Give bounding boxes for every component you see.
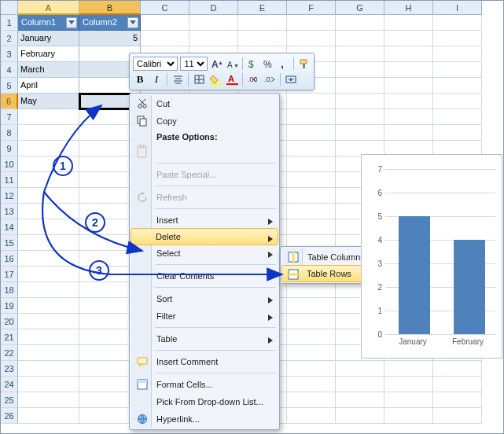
menu-table[interactable]: Table bbox=[131, 330, 278, 348]
svg-line-27 bbox=[139, 99, 145, 105]
borders-button[interactable] bbox=[192, 72, 206, 86]
table-cell[interactable]: 5 bbox=[79, 31, 141, 46]
menu-filter[interactable]: Filter bbox=[131, 307, 278, 325]
table-cell[interactable]: February bbox=[18, 46, 79, 62]
row-header[interactable]: 2 bbox=[1, 31, 18, 46]
italic-button[interactable]: I bbox=[149, 72, 164, 86]
col-header-G[interactable]: G bbox=[336, 1, 384, 15]
chart-plot-area bbox=[385, 169, 495, 334]
row-header[interactable]: 4 bbox=[1, 62, 18, 78]
row-header[interactable]: 3 bbox=[1, 46, 18, 62]
chart-y-axis: 01234567 bbox=[362, 169, 385, 334]
svg-text:%: % bbox=[263, 59, 272, 69]
row-header[interactable]: 24 bbox=[1, 377, 18, 392]
row-header[interactable]: 26 bbox=[1, 408, 18, 424]
paste-options-header: Paste Options: bbox=[131, 130, 278, 143]
format-painter-button[interactable] bbox=[297, 57, 311, 71]
grow-font-button[interactable]: A▲ bbox=[210, 57, 223, 71]
col-header-H[interactable]: H bbox=[384, 1, 433, 15]
annotation-badge-1: 1 bbox=[53, 156, 73, 176]
font-family-select[interactable]: Calibri bbox=[133, 57, 178, 71]
col-header-A[interactable]: A bbox=[18, 1, 79, 15]
row-header[interactable]: 9 bbox=[1, 141, 18, 156]
row-header[interactable]: 5 bbox=[1, 78, 18, 94]
table-header-label: Column2 bbox=[83, 15, 117, 30]
row-header[interactable]: 1 bbox=[1, 15, 18, 31]
row-header[interactable]: 6 bbox=[1, 94, 18, 109]
row-header[interactable]: 25 bbox=[1, 392, 18, 408]
shrink-font-button[interactable]: A▼ bbox=[226, 57, 239, 71]
menu-insert[interactable]: Insert bbox=[131, 211, 278, 229]
svg-rect-40 bbox=[138, 380, 147, 383]
table-header-col1[interactable]: Column1 bbox=[18, 15, 79, 31]
table-cell[interactable]: April bbox=[18, 78, 79, 94]
row-header[interactable]: 18 bbox=[1, 282, 18, 298]
menu-hyperlink[interactable]: Hyperlink... bbox=[131, 410, 278, 428]
menu-delete[interactable]: Delete bbox=[131, 228, 278, 245]
row-header[interactable]: 22 bbox=[1, 345, 18, 361]
row-header[interactable]: 19 bbox=[1, 298, 18, 314]
svg-text:▼: ▼ bbox=[234, 63, 238, 68]
row-header[interactable]: 23 bbox=[1, 361, 18, 377]
table-columns-icon bbox=[287, 251, 300, 263]
svg-marker-36 bbox=[268, 314, 273, 321]
menu-insert-comment[interactable]: Insert Comment bbox=[131, 353, 278, 370]
svg-marker-0 bbox=[68, 20, 75, 24]
svg-marker-32 bbox=[268, 219, 273, 225]
row-header[interactable]: 8 bbox=[1, 125, 18, 141]
svg-text:▲: ▲ bbox=[218, 60, 223, 65]
row-header[interactable]: 14 bbox=[1, 219, 18, 235]
context-menu: Cut Copy Paste Options: Paste Special...… bbox=[129, 93, 280, 430]
filter-dropdown-icon[interactable] bbox=[127, 17, 138, 28]
table-header-col2[interactable]: Column2 bbox=[79, 15, 141, 31]
menu-pick-from-list[interactable]: Pick From Drop-down List... bbox=[131, 393, 278, 410]
svg-rect-9 bbox=[300, 60, 307, 64]
table-cell[interactable]: March bbox=[18, 62, 79, 78]
column-header-row: A B C D E F G H I bbox=[1, 1, 503, 15]
font-color-button[interactable]: A bbox=[225, 72, 239, 86]
col-header-B[interactable]: B bbox=[79, 1, 141, 15]
copy-icon bbox=[136, 115, 149, 127]
row-header[interactable]: 15 bbox=[1, 235, 18, 251]
filter-dropdown-icon[interactable] bbox=[66, 17, 77, 28]
accounting-format-button[interactable]: $ bbox=[246, 57, 259, 71]
bold-button[interactable]: B bbox=[133, 72, 147, 86]
col-header-D[interactable]: D bbox=[189, 1, 238, 15]
svg-text:$: $ bbox=[248, 59, 254, 69]
col-header-C[interactable]: C bbox=[141, 1, 189, 15]
col-header-F[interactable]: F bbox=[287, 1, 336, 15]
menu-clear-contents[interactable]: Clear Contents bbox=[131, 267, 278, 285]
menu-format-cells[interactable]: Format Cells... bbox=[131, 376, 278, 393]
menu-sort[interactable]: Sort bbox=[131, 290, 278, 307]
increase-decimal-button[interactable]: .0 bbox=[263, 72, 277, 86]
row-header[interactable]: 20 bbox=[1, 314, 18, 329]
submenu-arrow-icon bbox=[268, 234, 273, 244]
row-header[interactable]: 12 bbox=[1, 188, 18, 204]
row-header[interactable]: 21 bbox=[1, 329, 18, 345]
menu-select[interactable]: Select bbox=[131, 245, 278, 262]
embedded-chart[interactable]: 01234567 JanuaryFebruary bbox=[361, 154, 502, 359]
percent-format-button[interactable]: % bbox=[262, 57, 275, 71]
col-header-E[interactable]: E bbox=[238, 1, 287, 15]
row-header[interactable]: 7 bbox=[1, 109, 18, 125]
col-header-I[interactable]: I bbox=[433, 1, 482, 15]
menu-copy[interactable]: Copy bbox=[131, 112, 278, 130]
chart-x-axis: JanuaryFebruary bbox=[385, 334, 495, 358]
svg-marker-1 bbox=[130, 20, 136, 24]
fill-color-button[interactable] bbox=[208, 72, 223, 86]
font-size-select[interactable]: 11 bbox=[180, 57, 208, 71]
mini-toolbar: Calibri 11 A▲ A▼ $ % , B I A .00 .0 bbox=[129, 53, 315, 90]
row-header[interactable]: 11 bbox=[1, 172, 18, 188]
table-cell[interactable]: January bbox=[18, 31, 79, 46]
menu-refresh: Refresh bbox=[131, 189, 278, 206]
menu-cut[interactable]: Cut bbox=[131, 95, 278, 112]
row-header[interactable]: 13 bbox=[1, 204, 18, 219]
decrease-decimal-button[interactable]: .00 bbox=[246, 72, 260, 86]
center-align-button[interactable] bbox=[171, 72, 185, 86]
comma-format-button[interactable]: , bbox=[277, 57, 290, 71]
row-header[interactable]: 16 bbox=[1, 251, 18, 267]
table-cell[interactable]: May bbox=[18, 94, 79, 109]
row-header[interactable]: 10 bbox=[1, 156, 18, 172]
row-header[interactable]: 17 bbox=[1, 267, 18, 282]
merge-center-button[interactable] bbox=[284, 72, 298, 86]
